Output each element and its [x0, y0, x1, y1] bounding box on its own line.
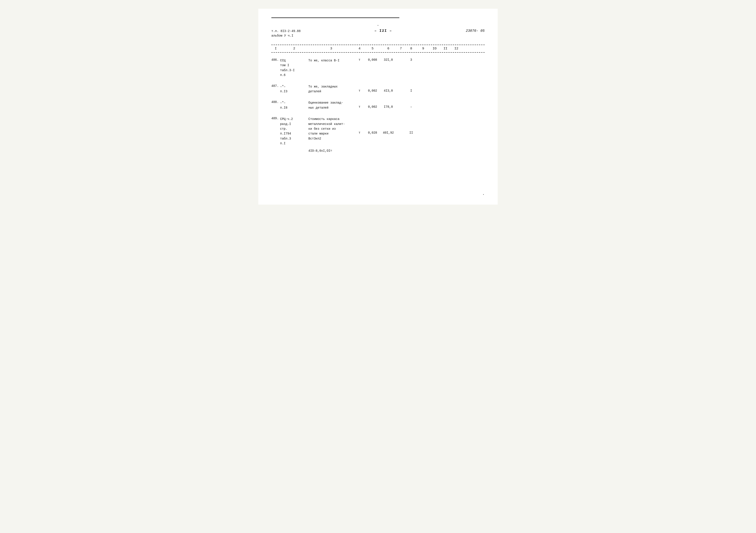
col-header-4: 4	[354, 47, 365, 50]
page: . т.п. 8I3-2-49.88 альбом У ч.I – I2I – …	[258, 9, 498, 204]
col-header-12: I2	[451, 47, 462, 50]
row-487-col8: I	[405, 84, 417, 93]
table-row: 486. ССЦ том I табл.3-I п.6 То же, класс…	[271, 58, 485, 78]
row-489-ref: СРЦ-ч.2 разд.I стр. п.I794 табл.3 п.I	[280, 117, 309, 146]
row-486-unit: т	[354, 58, 365, 62]
col-header-6: 6	[380, 47, 396, 50]
header-right-doc-num: 23076- 05	[466, 29, 485, 33]
row-489-desc: Стоимость каркаса металлической калит- к…	[309, 117, 354, 141]
row-488-col6: I78,0	[380, 100, 396, 109]
col-header-9: 9	[417, 47, 429, 50]
row-488-unit: т	[354, 100, 365, 109]
row-486-num: 486.	[271, 58, 280, 62]
row-489-col8: II	[405, 117, 417, 135]
dot-bottom: .	[482, 192, 485, 196]
row-486-col6: 32I,0	[380, 58, 396, 62]
col-header-7: 7	[396, 47, 405, 50]
col-header-2: 2	[280, 47, 309, 50]
header-ref-line2: альбом У ч.I	[271, 34, 301, 38]
row-489-col6: 40I,92	[380, 117, 396, 135]
row-487-unit: т	[354, 84, 365, 93]
row-488-desc: Оцинкование заклад- ных деталей	[309, 100, 354, 110]
col-header-5: 5	[365, 47, 380, 50]
row-486-desc: То же, класса В-I	[309, 58, 354, 63]
row-488-num: 488.	[271, 100, 280, 104]
row-488-ref: –"– п.I8	[280, 100, 309, 110]
row-487-num: 487.	[271, 84, 280, 88]
row-486-ref: ССЦ том I табл.3-I п.6	[280, 58, 309, 78]
table-row: 487. –"– п.I3 То же, закладных деталей т…	[271, 84, 485, 94]
table-row: 488. –"– п.I8 Оцинкование заклад- ных де…	[271, 100, 485, 110]
header-left: т.п. 8I3-2-49.88 альбом У ч.I	[271, 29, 301, 38]
col-header-3: 3	[309, 47, 354, 50]
continuation-formula: 4IO–8,0xI,OI=	[309, 149, 485, 152]
row-487-col5: 0,002	[365, 84, 380, 93]
column-header-row: I 2 3 4 5 6 7 8 9 IO II I2	[271, 45, 485, 53]
col-header-8: 8	[405, 47, 417, 50]
header-center-page-num: – I2I –	[374, 29, 392, 33]
header: т.п. 8I3-2-49.88 альбом У ч.I – I2I – 23…	[271, 29, 485, 38]
row-487-desc: То же, закладных деталей	[309, 84, 354, 94]
col-header-11: II	[440, 47, 451, 50]
dot-top: .	[271, 22, 485, 27]
row-487-ref: –"– п.I3	[280, 84, 309, 94]
row-489-unit: т	[354, 117, 365, 135]
col-header-10: IO	[429, 47, 440, 50]
row-489-num: 489.	[271, 117, 280, 120]
top-decorative-line	[271, 17, 399, 18]
col-header-1: I	[271, 47, 280, 50]
table-row: 489. СРЦ-ч.2 разд.I стр. п.I794 табл.3 п…	[271, 117, 485, 146]
row-488-col8: –	[405, 100, 417, 109]
row-487-col6: 4I3,0	[380, 84, 396, 93]
header-ref-line1: т.п. 8I3-2-49.88	[271, 29, 301, 34]
row-489-col5: 0,028	[365, 117, 380, 135]
row-488-col5: 0,002	[365, 100, 380, 109]
row-486-col5: 0,008	[365, 58, 380, 62]
row-486-col8: 3	[405, 58, 417, 62]
